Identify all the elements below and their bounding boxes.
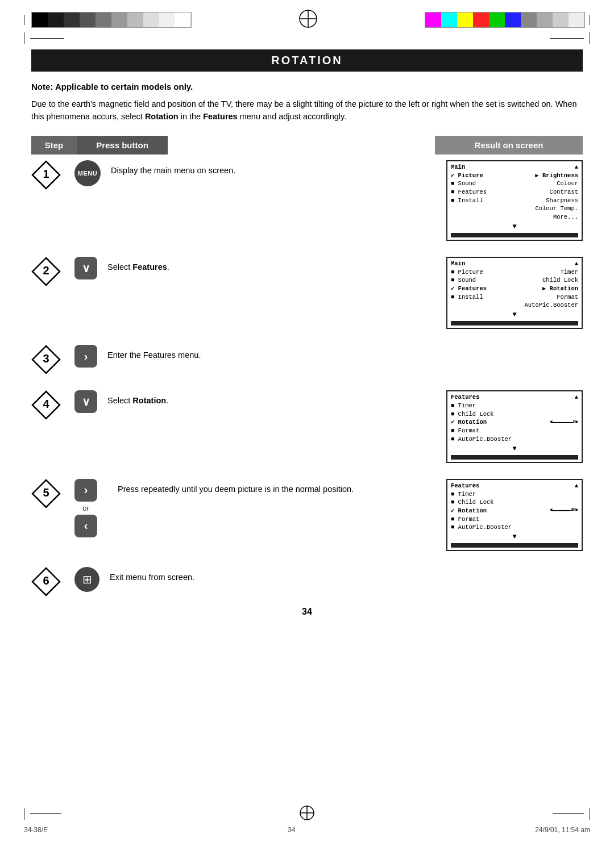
footer-left: 34-38/E (24, 826, 48, 834)
step-6-row: 6 ⊞ Exit menu from screen. (31, 561, 583, 596)
svg-text:6: 6 (43, 574, 49, 587)
step-4-row: 4 ∨ Select Rotation. Features▲ ■ Timer ■… (31, 385, 583, 462)
bottom-crosshair (299, 805, 315, 823)
step-5-buttons: › or ‹ (74, 479, 97, 537)
page-title: Rotation (271, 54, 342, 66)
step-4-desc: Select Rotation. (107, 390, 435, 407)
step-2-screen: Main▲ ■ PictureTimer ■ SoundChild Lock ✔… (446, 257, 583, 329)
step-3-row: 3 › Enter the Features menu. (31, 339, 583, 374)
step-2-row: 2 ∨ Select Features. Main▲ ■ PictureTime… (31, 251, 583, 329)
header-result: Result on screen (435, 136, 583, 155)
step-1-screen: Main▲ ✔ Picture▶ Brightness ■ SoundColou… (446, 160, 583, 241)
footer-right: 24/9/01, 11:54 am (535, 826, 590, 834)
step-5-desc: Press repeatedly until you deem picture … (118, 479, 435, 496)
svg-text:4: 4 (43, 398, 49, 410)
header-step: Step (31, 136, 77, 155)
menu-button[interactable]: MENU (74, 160, 101, 186)
step-4-screen: Features▲ ■ Timer ■ Child Lock ✔ Rotatio… (446, 390, 583, 462)
right-button-3[interactable]: › (74, 345, 97, 368)
note-text: Note: Applicable to certain models only. (31, 82, 583, 91)
step-2-diamond: 2 (31, 257, 61, 286)
left-button-5[interactable]: ‹ (74, 515, 97, 537)
step-2-desc: Select Features. (107, 257, 435, 274)
step-6-diamond: 6 (31, 567, 61, 596)
header-press: Press button (77, 136, 168, 155)
step-1-diamond: 1 (31, 160, 61, 190)
step-5-diamond: 5 (31, 479, 61, 508)
step-1-row: 1 MENU Display the main menu on screen. … (31, 155, 583, 241)
crosshair-center (298, 9, 318, 30)
step-3-desc: Enter the Features menu. (107, 345, 435, 362)
page-number: 34 (31, 607, 583, 617)
down-button-4[interactable]: ∨ (74, 390, 97, 413)
desc-text: Due to the earth's magnetic field and po… (31, 98, 583, 123)
color-swatch-bar (425, 12, 585, 28)
step-1-desc: Display the main menu on screen. (111, 160, 435, 177)
step-5-screen: Features▲ ■ Timer ■ Child Lock ✔ Rotatio… (446, 479, 583, 551)
svg-text:3: 3 (43, 352, 49, 365)
step-6-desc: Exit menu from screen. (110, 567, 435, 584)
right-button-5[interactable]: › (74, 479, 97, 502)
footer-center: 34 (288, 826, 295, 834)
step-4-diamond: 4 (31, 390, 61, 420)
bw-swatch-bar (31, 12, 192, 28)
down-button-2[interactable]: ∨ (74, 257, 97, 279)
svg-text:1: 1 (43, 168, 49, 180)
or-label: or (82, 504, 89, 512)
svg-text:2: 2 (43, 264, 49, 277)
exit-button[interactable]: ⊞ (74, 567, 99, 592)
svg-text:5: 5 (43, 486, 49, 499)
step-5-row: 5 › or ‹ Press repeatedly until you deem… (31, 473, 583, 551)
page-title-bar: Rotation (31, 49, 583, 72)
step-3-diamond: 3 (31, 345, 61, 374)
